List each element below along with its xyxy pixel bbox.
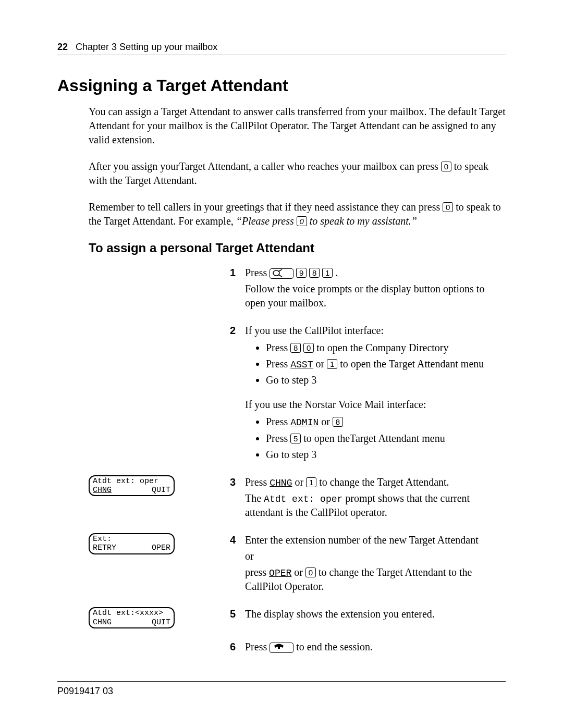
step-number: 3 <box>188 475 245 489</box>
lcd-soft-right: QUIT <box>152 618 170 627</box>
s4-c: press <box>245 566 269 578</box>
key-five: 5 <box>290 434 301 443</box>
doc-id: P0919417 03 <box>57 686 113 696</box>
lcd-line1: Atdt ext: oper <box>93 477 170 486</box>
intro-p1: You can assign a Target Attendant to ans… <box>89 105 506 147</box>
s3-b: or <box>292 476 306 488</box>
key-zero: 0 <box>305 567 316 577</box>
s3-a: Press <box>245 476 270 488</box>
step-body: The display shows the extension you ente… <box>245 607 506 623</box>
s6-a: Press <box>245 641 270 652</box>
s2-c: If you use the Norstar Voice Mail interf… <box>245 398 506 412</box>
s2-d1a: Press <box>266 416 290 427</box>
intro-p3c: “Please press <box>236 215 297 227</box>
step-5: Atdt ext:<xxxx> CHNG QUIT 5 The display … <box>57 607 506 628</box>
s2-d3: Go to step 3 <box>266 448 506 462</box>
step-number: 4 <box>188 533 245 547</box>
step-number: 6 <box>188 640 245 654</box>
feature-key-icon <box>270 268 293 279</box>
page-number: 22 <box>57 42 68 52</box>
intro-p3a: Remember to tell callers in your greetin… <box>89 201 443 213</box>
s2-b2: Press ASST or 1 to open the Target Atten… <box>266 357 506 371</box>
s3-d: The <box>245 492 264 504</box>
lcd-line1: Atdt ext:<xxxx> <box>93 609 170 618</box>
svg-line-2 <box>278 275 282 277</box>
intro-p3d: to speak to my assistant.” <box>307 215 417 227</box>
prompt-text: Atdt ext: oper <box>264 494 342 504</box>
step-number: 5 <box>188 607 245 621</box>
s2-b1b: to open the Company Directory <box>314 342 448 353</box>
s2-b2a: Press <box>266 358 290 369</box>
s2-d1: Press ADMIN or 8 <box>266 415 506 429</box>
s1-text-a: Press <box>245 267 270 278</box>
lcd-display-3: Atdt ext:<xxxx> CHNG QUIT <box>89 607 175 628</box>
key-zero: 0 <box>303 343 314 353</box>
step-body: Enter the extension number of the new Ta… <box>245 533 506 596</box>
s2-d2b: to open theTarget Attendant menu <box>301 433 445 444</box>
key-nine: 9 <box>296 268 307 278</box>
section-subtitle: To assign a personal Target Attendant <box>89 241 506 255</box>
s2-a: If you use the CallPilot interface: <box>245 324 506 338</box>
step-number: 2 <box>188 324 245 338</box>
softkey-asst: ASST <box>290 360 313 370</box>
s5-a: The display shows the extension you ente… <box>245 607 506 621</box>
lcd-line1: Ext: <box>93 535 170 544</box>
s2-d1b: or <box>319 416 333 427</box>
intro-p2a: After you assign yourTarget Attendant, a… <box>89 161 441 172</box>
s2-b2c: to open the Target Attendant menu <box>337 358 484 369</box>
lcd-display-2: Ext: RETRY OPER <box>89 533 175 554</box>
s2-d2a: Press <box>266 433 290 444</box>
svg-line-1 <box>278 269 282 272</box>
key-one: 1 <box>327 359 337 369</box>
intro-p2: After you assign yourTarget Attendant, a… <box>89 159 506 188</box>
s2-b2b: or <box>313 358 327 369</box>
display-col: Atdt ext: oper CHNG QUIT <box>57 475 188 497</box>
key-zero: 0 <box>441 162 451 171</box>
s2-b3: Go to step 3 <box>266 373 506 387</box>
s4-a: Enter the extension number of the new Ta… <box>245 533 506 547</box>
display-col: Atdt ext:<xxxx> CHNG QUIT <box>57 607 188 628</box>
page-title: Assigning a Target Attendant <box>57 76 506 95</box>
s1-text-b: . <box>335 267 338 278</box>
step-body: Press 9 8 1 . Follow the voice prompts o… <box>245 266 506 312</box>
procedure: 1 Press 9 8 1 . Follow the voice prompts… <box>57 266 506 656</box>
lcd-soft-right: QUIT <box>152 486 170 495</box>
key-one: 1 <box>322 268 333 278</box>
s6-b: to end the session. <box>296 641 373 652</box>
footer: P0919417 03 <box>57 681 506 697</box>
step-3: Atdt ext: oper CHNG QUIT 3 Press CHNG or… <box>57 475 506 522</box>
key-eight: 8 <box>309 268 320 278</box>
step-body: Press to end the session. <box>245 640 506 656</box>
chapter-title: Chapter 3 Setting up your mailbox <box>76 42 217 52</box>
step-body: Press CHNG or 1 to change the Target Att… <box>245 475 506 522</box>
key-zero: 0 <box>443 202 453 212</box>
lcd-display-1: Atdt ext: oper CHNG QUIT <box>89 475 175 497</box>
softkey-chng: CHNG <box>270 478 292 488</box>
key-eight: 8 <box>333 417 343 427</box>
lcd-soft-right: OPER <box>152 544 170 552</box>
key-zero: 0 <box>297 216 307 226</box>
lcd-soft-left: CHNG <box>93 618 112 627</box>
s2-b1a: Press <box>266 342 290 353</box>
softkey-admin: ADMIN <box>290 417 319 428</box>
softkey-oper: OPER <box>269 568 291 578</box>
page: 22 Chapter 3 Setting up your mailbox Ass… <box>0 0 563 728</box>
release-key-icon <box>270 643 293 653</box>
s2-d2: Press 5 to open theTarget Attendant menu <box>266 431 506 446</box>
display-col: Ext: RETRY OPER <box>57 533 188 554</box>
s3-c: to change the Target Attendant. <box>316 476 449 488</box>
intro-block: You can assign a Target Attendant to ans… <box>89 105 506 228</box>
step-number: 1 <box>188 266 245 280</box>
step-body: If you use the CallPilot interface: Pres… <box>245 324 506 464</box>
s2-b1: Press 8 0 to open the Company Directory <box>266 341 506 355</box>
s4-b: or <box>245 549 506 563</box>
intro-p3: Remember to tell callers in your greetin… <box>89 200 506 228</box>
step-6: 6 Press to end the session. <box>57 640 506 656</box>
lcd-soft-left: CHNG <box>93 486 112 495</box>
lcd-soft-left: RETRY <box>93 544 116 552</box>
step-4: Ext: RETRY OPER 4 Enter the extension nu… <box>57 533 506 596</box>
chapter-label <box>70 42 76 52</box>
key-one: 1 <box>306 477 316 487</box>
key-eight: 8 <box>290 343 301 353</box>
s1-text-c: Follow the voice prompts or the display … <box>245 282 506 310</box>
